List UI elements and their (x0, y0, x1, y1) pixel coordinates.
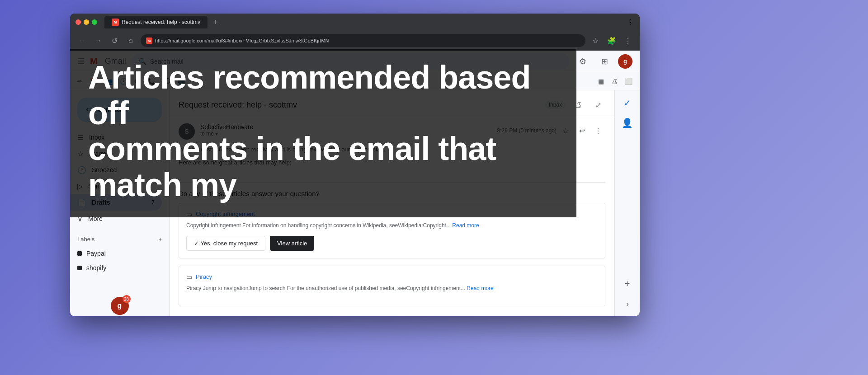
sidebar-item-sent[interactable]: ▷ Sent (70, 178, 162, 194)
right-panel-chevron-icon[interactable]: › (618, 295, 637, 313)
label-shopify[interactable]: shopify (77, 261, 162, 275)
close-button[interactable] (75, 19, 81, 25)
print-icon: 🖨 (611, 78, 618, 85)
tab-area: M Request received: help · scottmv + (104, 16, 623, 28)
thread-expand-button[interactable]: ⤢ (591, 98, 605, 112)
gmail-icon-strip: ✏ 📅 👥 🕐 ✉ 📞 💬 📹 ⋯ ▦ 🖨 ⬜ (70, 72, 640, 90)
labels-add-button[interactable]: + (158, 236, 162, 243)
star-email-button[interactable]: ☆ (558, 123, 573, 138)
browser-menu-button[interactable]: ⋮ (622, 34, 634, 47)
label-paypal-text: Paypal (86, 250, 106, 257)
window-menu-icon[interactable]: ⋮ (627, 18, 634, 27)
search-icon: 🔍 (139, 58, 146, 65)
minimize-button[interactable] (84, 19, 89, 25)
settings-icon[interactable]: ⚙ (575, 53, 591, 70)
right-panel-check-icon[interactable]: ✓ (618, 94, 637, 112)
compose-pencil-icon: ✏ (77, 78, 83, 85)
sidebar-label-sent: Sent (88, 183, 101, 190)
extensions-button[interactable]: 🧩 (605, 34, 618, 47)
email-body-text: Your request (16) has been received and … (179, 145, 605, 178)
home-button[interactable]: ⌂ (124, 34, 137, 47)
star-icon: ☆ (77, 150, 84, 158)
drafts-count: 7 (151, 199, 155, 206)
gmail-sidebar: ✏ Compose ☰ Inbox ☆ Starred 🕐 Snoozed ▷ (70, 90, 170, 316)
label-paypal[interactable]: Paypal (77, 246, 162, 261)
read-more-link-2[interactable]: Read more (467, 285, 493, 291)
site-favicon: M (146, 38, 152, 44)
label-color-dot (77, 251, 82, 256)
user-avatar-top[interactable]: g (618, 54, 632, 69)
article-title-link-2[interactable]: Piracy (196, 273, 212, 280)
divider (179, 182, 605, 183)
sidebar-label-starred: Starred (89, 150, 110, 157)
recipient-expand-icon[interactable]: ▾ (215, 131, 218, 137)
search-placeholder: Search mail (150, 58, 184, 65)
window-controls: ⋮ (627, 18, 634, 27)
reply-button[interactable]: ↩ (575, 123, 589, 138)
email-timestamp: 8:29 PM (0 minutes ago) (497, 127, 557, 134)
active-tab[interactable]: M Request received: help · scottmv (104, 16, 208, 28)
layout-icon: ▦ (598, 78, 604, 85)
traffic-lights (75, 19, 97, 25)
gmail-logo-text: Gmail (105, 56, 126, 66)
article-desc-2: Piracy Jump to navigationJump to search … (186, 284, 598, 292)
nav-bar: ← → ↺ ⌂ M https://mail.google.com/mail/u… (70, 31, 640, 51)
article-buttons-1: ✓ Yes, close my request View article (186, 236, 598, 251)
drafts-icon: 📄 (77, 198, 86, 207)
labels-title: Labels (77, 236, 94, 243)
sidebar-label-more: More (88, 215, 103, 222)
article-doc-icon-2: ▭ (186, 273, 192, 281)
thread-header: Request received: help - scottmv Inbox 🖨… (170, 90, 614, 116)
inbox-label-badge: Inbox (545, 101, 566, 109)
article-title-link-1[interactable]: Copyright infringement (196, 211, 255, 217)
sidebar-item-starred[interactable]: ☆ Starred (70, 145, 162, 162)
article-doc-icon-1: ▭ (186, 211, 192, 218)
bookmark-button[interactable]: ☆ (589, 34, 602, 47)
label-shopify-dot (77, 266, 82, 270)
right-side-panel: ✓ 👤 + › (614, 90, 640, 316)
sidebar-item-snoozed[interactable]: 🕐 Snoozed (70, 162, 162, 178)
article-card-piracy: ▭ Piracy Piracy Jump to navigationJump t… (179, 266, 605, 306)
thread-print-button[interactable]: 🖨 (571, 98, 585, 112)
back-button[interactable]: ← (75, 34, 88, 47)
sidebar-item-more[interactable]: ∨ More (70, 211, 162, 227)
grid-icon[interactable]: ⊞ (596, 53, 613, 70)
right-panel-user-icon[interactable]: 👤 (618, 114, 637, 132)
right-panel-add-icon[interactable]: + (618, 275, 637, 293)
gmail-favicon: M (112, 19, 119, 26)
layout2-icon: ⬜ (625, 78, 632, 85)
body-line2: Here are some great articles that may he… (179, 158, 605, 168)
url-text: https://mail.google.com/mail/u/3/#inbox/… (155, 38, 329, 43)
notification-badge: 28 (123, 295, 131, 303)
refresh-button[interactable]: ↺ (108, 34, 121, 47)
email-action-buttons: 8:29 PM (0 minutes ago) ☆ ↩ ⋮ (497, 123, 605, 138)
sidebar-label-snoozed: Snoozed (92, 166, 117, 173)
view-article-button[interactable]: View article (270, 236, 314, 251)
new-tab-button[interactable]: + (209, 16, 222, 28)
labels-header-row: Labels + (77, 234, 162, 244)
maximize-button[interactable] (92, 19, 97, 25)
more-actions-button[interactable]: ⋮ (591, 123, 605, 138)
read-more-link-1[interactable]: Read more (452, 222, 479, 229)
address-bar[interactable]: M https://mail.google.com/mail/u/3/#inbo… (141, 34, 585, 47)
chat-icon: 💬 (162, 78, 170, 85)
hamburger-menu[interactable]: ☰ (77, 56, 85, 66)
search-bar[interactable]: 🔍 Search mail (132, 53, 569, 70)
compose-button[interactable]: ✏ Compose (77, 98, 162, 122)
labels-section: Labels + Paypal shopify (70, 230, 169, 279)
gmail-logo: M (90, 56, 98, 66)
article-title-row-2: ▭ Piracy (186, 273, 598, 281)
clock-icon: 🕐 (120, 78, 127, 85)
forward-button[interactable]: → (92, 34, 104, 47)
email-header-row: S SelectiveHardware to me ▾ 8:29 PM (0 m… (179, 116, 605, 145)
article-desc-1: Copyright infringement For information o… (186, 221, 598, 230)
yes-close-button[interactable]: ✓ Yes, close my request (186, 236, 265, 251)
sidebar-item-inbox[interactable]: ☰ Inbox (70, 129, 162, 145)
sidebar-item-drafts[interactable]: 📄 Drafts 7 (70, 194, 162, 211)
sender-name: SelectiveHardware (200, 123, 492, 131)
title-bar: M Request received: help · scottmv + ⋮ (70, 14, 640, 31)
sidebar-label-inbox: Inbox (89, 134, 104, 141)
phone-icon: 📞 (147, 78, 155, 85)
to-me-text: to me (200, 131, 214, 137)
tab-title: Request received: help · scottmv (122, 19, 200, 25)
